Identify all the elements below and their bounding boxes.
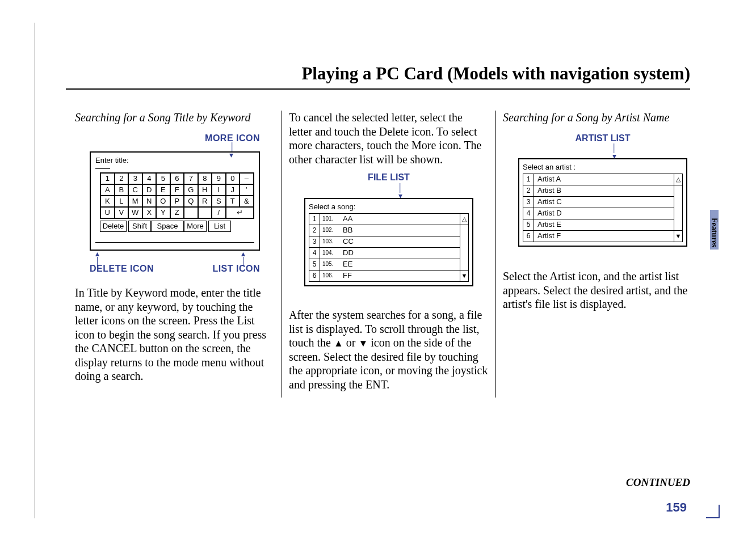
key-3[interactable]: 3 [128,173,142,184]
key-7[interactable]: 7 [184,173,198,184]
key-f[interactable]: F [170,184,184,196]
key-8[interactable]: 8 [198,173,212,184]
keyboard-screenshot: Enter title: 1234567890– ABCDEFGHIJ' KLM… [90,151,260,251]
key-q[interactable]: Q [184,196,198,207]
col1-paragraph: In Title by Keyword mode, enter the titl… [75,286,275,383]
list-button[interactable]: List [208,221,231,232]
track-number: 104. [320,248,339,259]
list-item[interactable]: 2Artist B [523,185,674,197]
list-item[interactable]: 4104.DD [309,247,460,259]
key-m[interactable]: M [128,196,142,207]
key-l[interactable]: L [115,196,129,207]
key-–[interactable]: – [240,173,254,184]
list-index: 6 [309,270,320,281]
song-name: FF [339,270,460,281]
list-index: 3 [309,236,320,247]
col1-subtitle: Searching for a Song Title by Keyword [75,111,275,125]
key-slash[interactable]: / [212,207,226,218]
key-blank [198,207,212,218]
col2-para1: To cancel the selected letter, select th… [289,111,489,166]
list-item[interactable]: 4Artist D [523,208,674,219]
list-item[interactable]: 5Artist E [523,219,674,231]
key-1[interactable]: 1 [100,173,115,184]
key-0[interactable]: 0 [226,173,240,184]
key-6[interactable]: 6 [170,173,184,184]
list-icon-label: LIST ICON [212,263,260,274]
key-a[interactable]: A [100,184,115,196]
key-e[interactable]: E [156,184,170,196]
track-number: 101. [320,214,339,225]
key-g[interactable]: G [184,184,198,196]
list-item[interactable]: 1Artist A [523,174,674,185]
key-i[interactable]: I [212,184,226,196]
space-button[interactable]: Space [151,221,184,232]
list-item[interactable]: 6Artist F [523,230,674,242]
key-k[interactable]: K [100,196,115,207]
key-y[interactable]: Y [156,207,170,218]
song-name: DD [339,248,460,259]
list-item[interactable]: 1101.AA [309,213,460,225]
list-item[interactable]: 3Artist C [523,196,674,208]
key-x[interactable]: X [142,207,157,218]
artist-list-label: ARTIST LIST [518,133,687,144]
key-n[interactable]: N [142,196,157,207]
key-9[interactable]: 9 [212,173,226,184]
col3-subtitle: Searching for a Song by Artist Name [503,111,703,125]
title-rule [66,88,690,90]
corner-mark [706,505,720,518]
key-4[interactable]: 4 [142,173,157,184]
key-p[interactable]: P [170,196,184,207]
key-j[interactable]: J [226,184,240,196]
key-t[interactable]: T [226,196,240,207]
track-number: 102. [320,225,339,236]
key-'[interactable]: ' [240,184,254,196]
key-w[interactable]: W [128,207,142,218]
scroll-up-button[interactable]: △ [460,213,469,225]
scroll-up-button[interactable]: △ [674,174,683,185]
col2-para2: After the system searches for a song, a … [289,308,489,392]
down-triangle-icon: ▼ [358,338,368,349]
key-enter[interactable]: ↵ [226,207,254,218]
list-item[interactable]: 5105.EE [309,259,460,270]
key-2[interactable]: 2 [115,173,129,184]
list-index: 3 [523,197,534,208]
cancel-tab[interactable] [95,236,254,243]
key-u[interactable]: U [100,207,115,218]
scroll-track[interactable] [460,225,469,270]
key-h[interactable]: H [198,184,212,196]
key-o[interactable]: O [156,196,170,207]
list-item[interactable]: 2102.BB [309,225,460,236]
title-input-underline[interactable] [95,166,110,169]
key-v[interactable]: V [115,207,129,218]
key-r[interactable]: R [198,196,212,207]
track-number: 105. [320,259,339,270]
list-item[interactable]: 6106.FF [309,270,460,282]
more-button[interactable]: More [184,221,207,232]
scroll-down-button[interactable]: ▼ [460,270,469,282]
section-tab-label: Features [709,218,719,247]
song-name: BB [339,225,460,236]
shift-button[interactable]: Shift [128,221,151,232]
enter-title-label: Enter title: [95,156,254,165]
key-s[interactable]: S [212,196,226,207]
key-&[interactable]: & [240,196,254,207]
key-d[interactable]: D [142,184,157,196]
scroll-down-button[interactable]: ▼ [674,230,683,242]
artist-name: Artist D [534,208,674,219]
key-5[interactable]: 5 [156,173,170,184]
list-item[interactable]: 3103.CC [309,236,460,248]
key-b[interactable]: B [115,184,129,196]
key-z[interactable]: Z [170,207,184,218]
key-c[interactable]: C [128,184,142,196]
artist-name: Artist F [534,231,674,242]
artist-name: Artist E [534,219,674,230]
continued-label: CONTINUED [626,476,690,489]
page-edge [34,23,35,518]
song-name: EE [339,259,460,270]
artist-list-screenshot: Select an artist : 1Artist A2Artist B3Ar… [518,158,687,247]
delete-button[interactable]: Delete [100,221,127,232]
keyboard-grid: 1234567890– ABCDEFGHIJ' KLMNOPQRST& UVWX… [100,172,254,219]
scroll-track[interactable] [674,185,683,231]
track-number: 103. [320,236,339,247]
track-number: 106. [320,270,339,281]
